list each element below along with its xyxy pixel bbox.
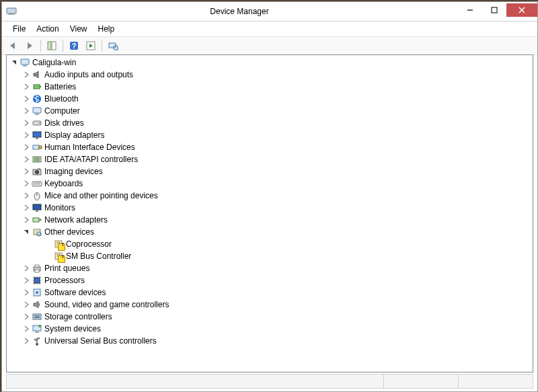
toolbar-help-button[interactable]: ?	[66, 38, 82, 54]
tree-category[interactable]: Sound, video and game controllers	[7, 299, 533, 311]
minimize-button[interactable]	[458, 3, 482, 17]
expand-arrow-icon[interactable]	[22, 324, 31, 334]
expand-arrow-icon[interactable]	[22, 264, 31, 273]
tree-category[interactable]: Monitors	[7, 202, 533, 214]
system-device-icon	[32, 323, 42, 334]
tree-category[interactable]: Batteries	[7, 81, 533, 93]
svg-rect-1	[8, 13, 15, 15]
tree-device[interactable]: ?SM Bus Controller	[7, 250, 533, 262]
expand-arrow-icon[interactable]	[22, 143, 31, 152]
storage-controller-icon	[32, 311, 42, 322]
svg-rect-25	[33, 145, 39, 149]
svg-point-59	[38, 325, 41, 327]
mouse-icon	[32, 190, 42, 201]
tree-category[interactable]: Print queues	[7, 262, 533, 274]
svg-rect-6	[48, 42, 51, 50]
tree-category[interactable]: Disk drives	[7, 117, 533, 129]
toolbar-separator	[63, 40, 63, 52]
expand-arrow-icon[interactable]	[22, 215, 31, 225]
menu-file[interactable]: File	[7, 24, 31, 34]
printer-icon	[32, 263, 42, 274]
ide-controller-icon	[32, 154, 42, 165]
toolbar-show-hide-button[interactable]	[44, 38, 60, 54]
expand-arrow-icon[interactable]	[22, 288, 31, 297]
expand-arrow-icon[interactable]	[22, 203, 31, 212]
action-pane-icon	[85, 40, 96, 51]
svg-rect-39	[33, 204, 41, 210]
expand-arrow-icon[interactable]	[22, 70, 31, 79]
tree-item-label: Display adapters	[44, 129, 110, 141]
svg-rect-20	[35, 114, 39, 115]
toolbar-back-button[interactable]	[5, 38, 21, 54]
tree-category[interactable]: Universal Serial Bus controllers	[7, 335, 533, 347]
expand-arrow-icon[interactable]	[22, 94, 31, 104]
maximize-button[interactable]	[482, 3, 506, 17]
tree-category[interactable]: IDE ATA/ATAPI controllers	[7, 153, 533, 165]
svg-rect-56	[34, 317, 40, 319]
tree-category[interactable]: Mice and other pointing devices	[7, 190, 533, 202]
computer-icon	[20, 57, 30, 68]
tree-item-label: Disk drives	[44, 117, 89, 129]
tree-category[interactable]: Software devices	[7, 286, 533, 299]
device-tree[interactable]: Caligula-winAudio inputs and outputsBatt…	[6, 54, 533, 373]
svg-rect-11	[109, 43, 116, 48]
expand-arrow-icon[interactable]	[22, 167, 31, 176]
device-manager-window: Device Manager File Action View Help ? C…	[1, 1, 538, 392]
tree-category[interactable]: Storage controllers	[7, 311, 533, 323]
tree-device[interactable]: ?Coprocessor	[7, 238, 533, 250]
svg-rect-16	[34, 85, 40, 89]
expand-arrow-icon[interactable]	[22, 118, 31, 128]
svg-text:?: ?	[56, 253, 60, 260]
battery-icon	[32, 81, 42, 92]
expand-arrow-icon[interactable]	[22, 82, 31, 91]
tree-item-label: Bluetooth	[44, 93, 84, 105]
expand-arrow-icon[interactable]	[22, 336, 31, 346]
toolbar-scan-button[interactable]	[105, 38, 121, 54]
expand-arrow-icon[interactable]	[22, 191, 31, 200]
tree-category[interactable]: Keyboards	[7, 178, 533, 190]
status-cell	[458, 375, 533, 388]
tree-category[interactable]: Human Interface Devices	[7, 141, 533, 153]
toolbar-action-button[interactable]	[83, 38, 99, 54]
menu-action[interactable]: Action	[31, 24, 64, 34]
tree-category[interactable]: Network adapters	[7, 214, 533, 226]
tree-item-label: IDE ATA/ATAPI controllers	[44, 153, 143, 165]
forward-arrow-icon	[24, 40, 35, 51]
svg-point-53	[36, 291, 38, 294]
collapse-arrow-icon[interactable]	[22, 227, 31, 237]
svg-rect-33	[38, 168, 40, 169]
svg-rect-41	[33, 218, 39, 222]
svg-rect-50	[35, 270, 39, 272]
expand-arrow-icon[interactable]	[22, 130, 31, 140]
menu-help[interactable]: Help	[93, 24, 120, 34]
expand-arrow-icon[interactable]	[22, 106, 31, 116]
network-adapter-icon	[32, 214, 42, 225]
tree-category[interactable]: Computer	[7, 105, 533, 117]
expand-arrow-icon[interactable]	[22, 300, 31, 309]
tree-category[interactable]: Display adapters	[7, 129, 533, 141]
tree-category[interactable]: Imaging devices	[7, 165, 533, 178]
tree-category[interactable]: Audio inputs and outputs	[7, 69, 533, 81]
expand-arrow-icon[interactable]	[22, 312, 31, 321]
toolbar-forward-button[interactable]	[22, 38, 38, 54]
svg-text:?: ?	[72, 42, 77, 50]
tree-category[interactable]: Bluetooth	[7, 93, 533, 105]
help-icon: ?	[69, 40, 79, 51]
collapse-arrow-icon[interactable]	[9, 58, 19, 67]
tree-category[interactable]: System devices	[7, 323, 533, 335]
menu-view[interactable]: View	[65, 24, 93, 34]
tree-root[interactable]: Caligula-win	[7, 56, 533, 69]
display-adapter-icon	[32, 130, 42, 141]
menu-bar: File Action View Help	[2, 22, 537, 37]
svg-point-22	[39, 122, 40, 124]
expand-arrow-icon[interactable]	[22, 155, 31, 164]
expand-arrow-icon[interactable]	[22, 179, 31, 188]
expand-arrow-icon[interactable]	[22, 276, 31, 285]
unknown-device-icon: ?	[53, 239, 64, 249]
toolbar: ?	[2, 37, 537, 55]
tree-item-label: SM Bus Controller	[66, 250, 137, 262]
hid-icon	[32, 142, 42, 153]
close-button[interactable]	[506, 3, 537, 17]
tree-category[interactable]: Other devices	[7, 226, 533, 238]
tree-category[interactable]: Processors	[7, 274, 533, 286]
